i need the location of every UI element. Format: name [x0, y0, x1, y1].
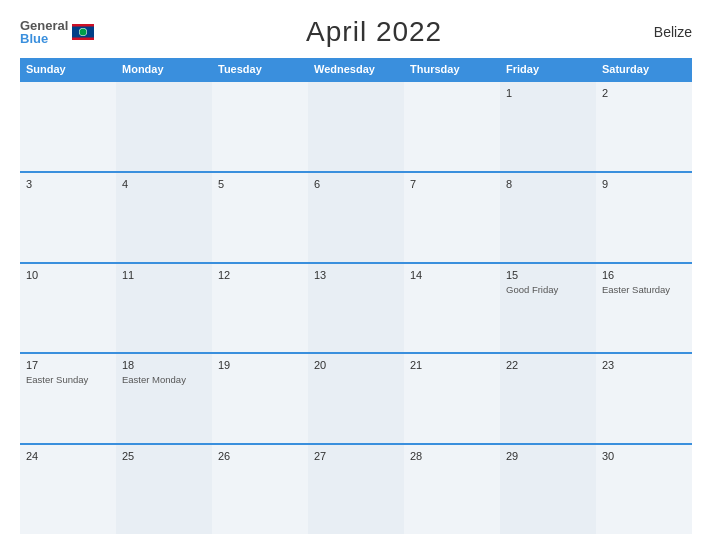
cell-date: 6	[314, 178, 398, 190]
cell-date: 27	[314, 450, 398, 462]
cell-date: 23	[602, 359, 686, 371]
calendar-title: April 2022	[306, 16, 442, 48]
cell-date: 29	[506, 450, 590, 462]
cell-date: 24	[26, 450, 110, 462]
calendar-cell: 7	[404, 173, 500, 262]
calendar-cell: 9	[596, 173, 692, 262]
calendar-cell: 13	[308, 264, 404, 353]
cell-date: 16	[602, 269, 686, 281]
cell-date: 7	[410, 178, 494, 190]
calendar-cell: 30	[596, 445, 692, 534]
calendar: Sunday Monday Tuesday Wednesday Thursday…	[20, 58, 692, 534]
cell-date: 8	[506, 178, 590, 190]
calendar-cell: 26	[212, 445, 308, 534]
header-tuesday: Tuesday	[212, 58, 308, 80]
calendar-cell: 17Easter Sunday	[20, 354, 116, 443]
calendar-body: 123456789101112131415Good Friday16Easter…	[20, 80, 692, 534]
cell-date: 9	[602, 178, 686, 190]
cell-date: 11	[122, 269, 206, 281]
calendar-cell: 14	[404, 264, 500, 353]
cell-date: 26	[218, 450, 302, 462]
cell-date: 5	[218, 178, 302, 190]
cell-holiday: Easter Saturday	[602, 284, 686, 295]
calendar-week-1: 12	[20, 80, 692, 171]
header-friday: Friday	[500, 58, 596, 80]
svg-rect-3	[72, 38, 94, 41]
cell-date: 25	[122, 450, 206, 462]
calendar-week-3: 101112131415Good Friday16Easter Saturday	[20, 262, 692, 353]
logo-blue: Blue	[20, 32, 68, 45]
calendar-cell	[116, 82, 212, 171]
calendar-cell	[20, 82, 116, 171]
cell-date: 12	[218, 269, 302, 281]
calendar-cell: 23	[596, 354, 692, 443]
calendar-cell: 2	[596, 82, 692, 171]
logo-flag-icon	[72, 24, 94, 40]
calendar-cell: 25	[116, 445, 212, 534]
logo-text-group: General Blue	[20, 19, 68, 45]
cell-date: 22	[506, 359, 590, 371]
svg-rect-2	[72, 24, 94, 27]
cell-date: 18	[122, 359, 206, 371]
cell-holiday: Good Friday	[506, 284, 590, 295]
header-saturday: Saturday	[596, 58, 692, 80]
calendar-cell	[212, 82, 308, 171]
calendar-cell: 6	[308, 173, 404, 262]
calendar-cell	[308, 82, 404, 171]
calendar-cell: 8	[500, 173, 596, 262]
calendar-cell: 22	[500, 354, 596, 443]
cell-date: 21	[410, 359, 494, 371]
calendar-cell: 3	[20, 173, 116, 262]
logo: General Blue	[20, 19, 94, 45]
country-label: Belize	[654, 24, 692, 40]
cell-holiday: Easter Monday	[122, 374, 206, 385]
calendar-cell: 29	[500, 445, 596, 534]
cell-date: 1	[506, 87, 590, 99]
cell-holiday: Easter Sunday	[26, 374, 110, 385]
cell-date: 13	[314, 269, 398, 281]
cell-date: 19	[218, 359, 302, 371]
calendar-cell: 20	[308, 354, 404, 443]
calendar-cell	[404, 82, 500, 171]
cell-date: 17	[26, 359, 110, 371]
calendar-header: Sunday Monday Tuesday Wednesday Thursday…	[20, 58, 692, 80]
cell-date: 15	[506, 269, 590, 281]
calendar-cell: 16Easter Saturday	[596, 264, 692, 353]
cell-date: 20	[314, 359, 398, 371]
calendar-cell: 28	[404, 445, 500, 534]
page-header: General Blue April 2022 Belize	[20, 16, 692, 48]
cell-date: 4	[122, 178, 206, 190]
calendar-week-2: 3456789	[20, 171, 692, 262]
calendar-page: General Blue April 2022 Belize Sunday Mo…	[0, 0, 712, 550]
calendar-cell: 11	[116, 264, 212, 353]
calendar-cell: 15Good Friday	[500, 264, 596, 353]
cell-date: 10	[26, 269, 110, 281]
header-monday: Monday	[116, 58, 212, 80]
header-thursday: Thursday	[404, 58, 500, 80]
cell-date: 28	[410, 450, 494, 462]
calendar-week-5: 24252627282930	[20, 443, 692, 534]
calendar-cell: 4	[116, 173, 212, 262]
calendar-week-4: 17Easter Sunday18Easter Monday1920212223	[20, 352, 692, 443]
header-sunday: Sunday	[20, 58, 116, 80]
calendar-cell: 5	[212, 173, 308, 262]
header-wednesday: Wednesday	[308, 58, 404, 80]
svg-point-5	[80, 29, 87, 36]
calendar-cell: 21	[404, 354, 500, 443]
calendar-cell: 24	[20, 445, 116, 534]
cell-date: 14	[410, 269, 494, 281]
cell-date: 3	[26, 178, 110, 190]
cell-date: 30	[602, 450, 686, 462]
calendar-cell: 10	[20, 264, 116, 353]
cell-date: 2	[602, 87, 686, 99]
calendar-cell: 18Easter Monday	[116, 354, 212, 443]
calendar-cell: 12	[212, 264, 308, 353]
calendar-cell: 19	[212, 354, 308, 443]
calendar-cell: 1	[500, 82, 596, 171]
calendar-cell: 27	[308, 445, 404, 534]
